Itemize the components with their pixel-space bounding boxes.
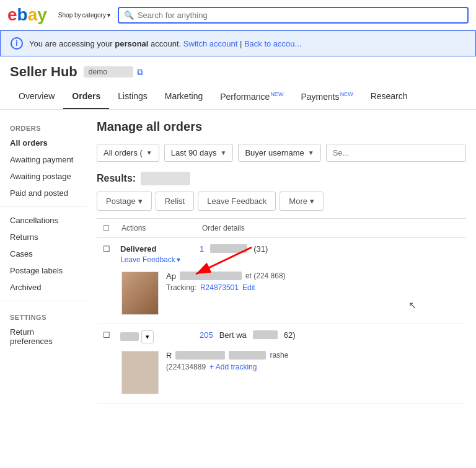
buyer-rating: (31): [253, 244, 268, 254]
order-2-info: R rashe (224134889 + Add tracking: [166, 351, 441, 371]
order-2-title: R rashe: [166, 351, 441, 360]
tab-research[interactable]: Research: [362, 85, 416, 109]
order-thumbnail: [121, 272, 159, 315]
order-2-summary-row: 205 Bert wa 62): [200, 330, 460, 340]
order-details-column-header: Order details: [202, 224, 460, 232]
sidebar: ORDERS All orders Awaiting payment Await…: [0, 110, 87, 413]
tab-overview[interactable]: Overview: [10, 85, 63, 109]
banner-text: You are accessing your personal account.…: [29, 39, 301, 48]
order-title: Ap et (224 868): [166, 272, 441, 281]
leave-feedback-button[interactable]: Leave Feedback: [198, 192, 276, 211]
leave-feedback-link[interactable]: Leave Feedback ▾: [120, 255, 195, 264]
item-2-title-blurred-2: [229, 351, 266, 360]
more-arrow-icon: ▾: [310, 196, 314, 206]
sidebar-item-cases[interactable]: Cases: [0, 245, 87, 262]
header: e b a y Shop by category ▾ 🔍: [0, 0, 476, 30]
order-row-top: ☐ Delivered Leave Feedback ▾ 1 (31: [103, 244, 460, 264]
search-bar[interactable]: 🔍: [118, 7, 469, 24]
row-2-checkbox[interactable]: ☐: [103, 330, 115, 340]
table-row: ☐ Delivered Leave Feedback ▾ 1 (31: [97, 238, 466, 324]
sidebar-item-archived[interactable]: Archived: [0, 279, 87, 296]
order-2-dropdown-btn[interactable]: ▾: [141, 330, 154, 343]
order-2-number[interactable]: 205: [200, 330, 213, 340]
shop-by-label: Shop by: [58, 12, 81, 19]
logo-b: b: [17, 5, 28, 25]
order-detail-row: Ap et (224 868) Tracking: R24873501 Edit: [103, 269, 460, 317]
order-2-status-row: ▾: [120, 330, 195, 343]
demo-username: demo: [84, 66, 133, 77]
info-icon: i: [11, 37, 23, 50]
filter2-arrow-icon: ▼: [220, 149, 226, 156]
filter1-arrow-icon: ▼: [146, 149, 152, 156]
tab-payments[interactable]: PaymentsNEW: [292, 85, 361, 109]
order-actions-cell: Delivered Leave Feedback ▾: [120, 244, 195, 264]
sidebar-item-postage-labels[interactable]: Postage labels: [0, 262, 87, 279]
more-button[interactable]: More ▾: [280, 192, 324, 211]
order-2-detail-row: R rashe (224134889 + Add tracking: [103, 348, 460, 397]
buyer-filter-dropdown[interactable]: Buyer username ▼: [238, 144, 320, 162]
table-header: ☐ Actions Order details: [97, 219, 466, 238]
filter3-arrow-icon: ▼: [308, 149, 314, 156]
order-number[interactable]: 1: [200, 244, 204, 254]
sidebar-divider: [0, 206, 87, 207]
sidebar-item-awaiting-postage[interactable]: Awaiting postage: [0, 168, 87, 185]
tracking-number-link[interactable]: R24873501: [200, 283, 239, 292]
sidebar-item-awaiting-payment[interactable]: Awaiting payment: [0, 151, 87, 168]
tracking-row: Tracking: R24873501 Edit: [166, 283, 441, 292]
buyer-search-input[interactable]: [326, 144, 466, 162]
order-2-detail-cell: 205 Bert wa 62): [200, 330, 460, 340]
content-area: ORDERS All orders Awaiting payment Await…: [0, 110, 476, 413]
filters-row: All orders ( ▼ Last 90 days ▼ Buyer user…: [97, 144, 466, 162]
page-title: Manage all orders: [97, 120, 466, 134]
category-label: category: [82, 12, 106, 19]
order-row-2-top: ☐ ▾ 205 Bert wa 62): [103, 330, 460, 343]
shop-by-category[interactable]: Shop by category ▾: [57, 11, 110, 19]
tab-performance[interactable]: PerformanceNEW: [211, 85, 292, 109]
back-to-account-link[interactable]: Back to accou...: [244, 39, 302, 48]
order-2-actions-cell: ▾: [120, 330, 195, 343]
copy-icon[interactable]: ⧉: [137, 67, 143, 77]
chevron-down-icon: ▾: [107, 12, 110, 19]
postage-button[interactable]: Postage ▾: [97, 192, 152, 211]
order-2-status-blurred: [120, 332, 139, 341]
item-2-title-blurred: [175, 351, 225, 360]
settings-section-label: SETTINGS: [0, 306, 87, 324]
order-filter-dropdown[interactable]: All orders ( ▼: [97, 144, 159, 162]
sidebar-item-cancellations[interactable]: Cancellations: [0, 212, 87, 229]
date-filter-dropdown[interactable]: Last 90 days ▼: [164, 144, 234, 162]
add-tracking-link[interactable]: + Add tracking: [209, 363, 257, 371]
order-status: Delivered: [120, 244, 195, 254]
search-input[interactable]: [138, 11, 462, 20]
postage-arrow-icon: ▾: [138, 196, 143, 206]
seller-hub-title: Seller Hub: [10, 64, 77, 80]
header-checkbox[interactable]: ☐: [103, 224, 115, 232]
results-count: [141, 172, 190, 185]
tab-listings[interactable]: Listings: [109, 85, 156, 109]
row-checkbox[interactable]: ☐: [103, 244, 115, 254]
logo-y: y: [37, 5, 47, 25]
sidebar-item-all-orders[interactable]: All orders: [0, 135, 87, 151]
logo-e: e: [7, 5, 17, 25]
order-2-thumbnail: [121, 351, 159, 394]
leave-feedback-dropdown-icon: ▾: [177, 255, 180, 264]
order-detail-cell: 1 (31): [200, 244, 460, 254]
seller-hub-header: Seller Hub demo ⧉: [0, 56, 476, 80]
sidebar-item-return-preferences[interactable]: Return preferences: [0, 324, 87, 350]
logo-a: a: [28, 5, 38, 25]
sidebar-item-returns[interactable]: Returns: [0, 229, 87, 245]
tab-marketing[interactable]: Marketing: [156, 85, 211, 109]
search-icon: 🔍: [124, 11, 134, 20]
order-2-tracking-row: (224134889 + Add tracking: [166, 363, 441, 371]
results-label: Results:: [97, 173, 136, 184]
buyer-name-blurred: [210, 244, 247, 253]
orders-table: ☐ Actions Order details: [97, 218, 466, 404]
sidebar-item-paid-and-posted[interactable]: Paid and posted: [0, 185, 87, 201]
item-title-blurred: [180, 272, 242, 280]
orders-section-label: ORDERS: [0, 120, 87, 135]
tab-orders[interactable]: Orders: [63, 85, 109, 109]
demo-badge: demo ⧉: [84, 66, 143, 77]
edit-tracking-link[interactable]: Edit: [242, 283, 255, 292]
buyer-2-blurred: [253, 330, 278, 339]
relist-button[interactable]: Relist: [156, 192, 195, 211]
switch-account-link[interactable]: Switch account: [183, 39, 237, 48]
